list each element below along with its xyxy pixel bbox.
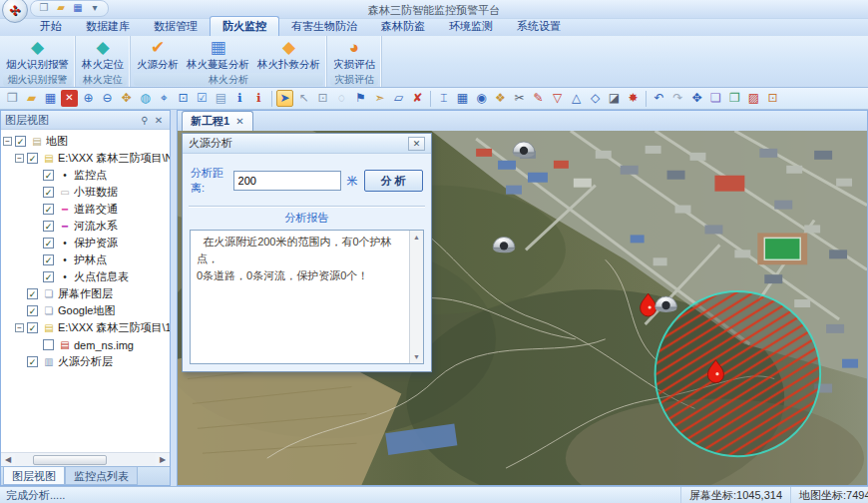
pin-icon[interactable]: ⚲ [138, 115, 152, 126]
send-layer-icon[interactable]: ❏ [707, 90, 724, 107]
slash-rect-icon[interactable]: ▨ [745, 90, 762, 107]
dialog-title-bar[interactable]: 火源分析 ✕ [183, 134, 431, 154]
full-extent-icon[interactable]: ◍ [137, 90, 154, 107]
layer-checkbox[interactable]: ✓ [27, 288, 38, 299]
expander-icon[interactable] [15, 306, 24, 315]
edit-polygon-icon[interactable]: ▱ [390, 90, 407, 107]
flag-icon[interactable]: ⚑ [352, 90, 369, 107]
layer-checkbox[interactable]: ✓ [27, 153, 38, 164]
expander-icon[interactable]: − [3, 137, 12, 146]
select-box-icon[interactable]: ⊡ [314, 90, 331, 107]
attribute-page-icon[interactable]: ▤ [213, 90, 229, 107]
ribbon-tab[interactable]: 环境监测 [437, 17, 505, 36]
expander-icon[interactable] [31, 205, 40, 214]
diamond-icon[interactable]: ◇ [587, 90, 604, 107]
layer-checkbox[interactable]: ✓ [27, 305, 38, 316]
open-file-icon[interactable]: ▰ [54, 1, 68, 15]
fire-spread-analysis-button[interactable]: ▦ 林火蔓延分析 [183, 37, 253, 73]
triangle-icon[interactable]: △ [568, 90, 585, 107]
ribbon-tab[interactable]: 开始 [28, 17, 74, 36]
layer-checkbox[interactable]: ✓ [27, 356, 38, 367]
horizontal-scrollbar[interactable]: ◀ ▶ [1, 452, 170, 466]
layer-monitor-points[interactable]: ✓ • 监控点 [1, 167, 170, 184]
analyze-button[interactable]: 分 析 [364, 170, 423, 192]
zoom-select-icon[interactable]: ⌖ [156, 90, 173, 107]
pan-icon[interactable]: ✥ [118, 90, 135, 107]
clear-selection-icon[interactable]: ✸ [625, 90, 642, 107]
layer-checkbox[interactable]: ✓ [27, 322, 38, 333]
layer-checkbox[interactable]: ✓ [43, 204, 54, 215]
pen-icon[interactable]: ✎ [530, 90, 547, 107]
scroll-left-icon[interactable]: ◀ [1, 455, 15, 464]
clear-info-icon[interactable]: ℹ [250, 90, 267, 107]
expander-icon[interactable] [31, 222, 40, 231]
vertical-scrollbar[interactable]: ▲ ▼ [409, 231, 423, 363]
layer-checkbox[interactable] [43, 339, 54, 350]
identify-info-icon[interactable]: ℹ [231, 90, 248, 107]
divider[interactable] [430, 91, 431, 107]
extent-box-icon[interactable]: ⊡ [175, 90, 192, 107]
expander-icon[interactable] [15, 357, 24, 366]
expander-icon[interactable] [15, 289, 24, 298]
save-file-icon[interactable]: ▦ [71, 1, 85, 15]
save-icon[interactable]: ▦ [42, 90, 59, 107]
ribbon-tab[interactable]: 数据建库 [74, 17, 142, 36]
forest-fire-locating-button[interactable]: ◆ 林火定位 [78, 37, 128, 73]
fire-suppression-analysis-button[interactable]: ◆ 林火扑救分析 [253, 37, 324, 73]
eye-icon[interactable]: ◉ [473, 90, 490, 107]
layer-subcompartment[interactable]: ✓ ▭ 小班数据 [1, 184, 170, 201]
ribbon-tab[interactable]: 森林防盗 [369, 17, 437, 36]
layer-fire-analysis[interactable]: ✓ ▥ 火源分析层 [1, 353, 170, 370]
ribbon-tab[interactable]: 数据管理 [142, 17, 210, 36]
layer-map[interactable]: − ✓ ▤ 地图 [1, 133, 170, 150]
layer-rivers[interactable]: ✓ ━ 河流水系 [1, 218, 170, 235]
ribbon-tab[interactable]: 系统设置 [505, 17, 573, 36]
sidebar-tab[interactable]: 图层视图 [3, 467, 65, 485]
layer-dem-image[interactable]: ▤ dem_ns.img [1, 336, 170, 353]
edit-vertex-icon[interactable]: ◪ [606, 90, 623, 107]
layer-checkbox[interactable]: ✓ [43, 271, 54, 282]
sidebar-tab[interactable]: 监控点列表 [65, 467, 138, 485]
triangle-down-icon[interactable]: ▽ [549, 90, 566, 107]
close-icon[interactable]: ✕ [61, 90, 78, 107]
divider[interactable] [646, 91, 647, 107]
layer-checkbox[interactable]: ✓ [15, 136, 26, 147]
zoom-out-icon[interactable]: ⊖ [99, 90, 116, 107]
dialog-close-button[interactable]: ✕ [408, 137, 425, 151]
close-tab-icon[interactable]: ✕ [235, 116, 243, 127]
zoom-in-icon[interactable]: ⊕ [80, 90, 97, 107]
layer-checkbox[interactable]: ✓ [43, 254, 54, 265]
select-feature-icon[interactable]: ➣ [371, 90, 388, 107]
new-document-icon[interactable]: ❐ [4, 90, 21, 107]
scrollbar-thumb[interactable] [33, 455, 107, 465]
import-layer-icon[interactable]: ❐ [726, 90, 743, 107]
undo-icon[interactable]: ↶ [651, 90, 667, 107]
ribbon-tab[interactable]: 有害生物防治 [279, 17, 369, 36]
scroll-down-icon[interactable]: ▼ [410, 350, 423, 363]
expander-icon[interactable] [31, 255, 40, 264]
open-folder-icon[interactable]: ▰ [23, 90, 40, 107]
expander-icon[interactable]: − [15, 323, 24, 332]
close-icon[interactable]: ✕ [152, 115, 166, 126]
select-circle-icon[interactable]: ◌ [333, 90, 350, 107]
expander-icon[interactable] [31, 188, 40, 197]
measure-icon[interactable]: ⌶ [435, 90, 452, 107]
select-cursor-icon[interactable]: ➤ [276, 90, 293, 107]
new-file-icon[interactable]: ❐ [37, 1, 51, 15]
layer-ns-database[interactable]: − ✓ ▤ E:\XXX 森林三防项目\NS.m [1, 150, 170, 167]
layer-checkbox[interactable]: ✓ [43, 187, 54, 198]
fire-source-analysis-button[interactable]: ✔ 火源分析 [133, 37, 183, 73]
scissors-icon[interactable]: ✂ [511, 90, 528, 107]
layer-screen-drawing[interactable]: ✓ ❏ 屏幕作图层 [1, 285, 170, 302]
document-tab[interactable]: 新工程1 ✕ [182, 111, 253, 131]
layers-icon[interactable]: ❖ [492, 90, 509, 107]
layer-ranger-points[interactable]: ✓ • 护林点 [1, 252, 170, 268]
redo-icon[interactable]: ↷ [669, 90, 686, 107]
grid-select-icon[interactable]: ▦ [454, 90, 471, 107]
layer-protected-resources[interactable]: ✓ • 保护资源 [1, 235, 170, 252]
map-viewport[interactable]: 火源分析 ✕ 分析距离: 米 分 析 分析报告 在火源附近200米的范围内，有0… [178, 131, 867, 485]
small-rect-icon[interactable]: ⊡ [764, 90, 781, 107]
layer-fire-info-table[interactable]: ✓ • 火点信息表 [1, 268, 170, 285]
quick-access-more-icon[interactable]: ▾ [88, 1, 102, 15]
divider[interactable] [271, 91, 272, 107]
